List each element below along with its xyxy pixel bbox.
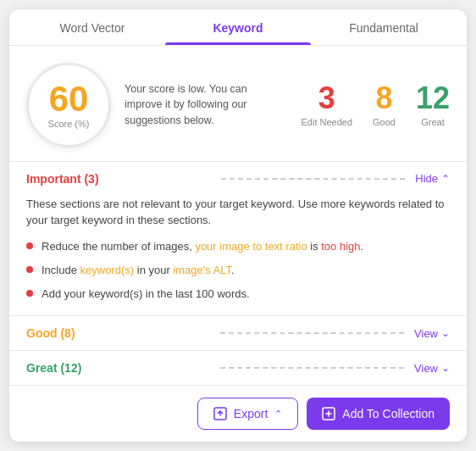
metric-edit-needed-label: Edit Needed [301,117,352,127]
bullet-item-3: Add your keyword(s) in the last 100 word… [26,287,450,302]
export-button[interactable]: Export ⌃ [197,398,298,430]
bullet-dot-3 [26,290,33,297]
important-title: Important (3) [26,172,211,186]
score-section: 60 Score (%) Your score is low. You can … [9,46,467,162]
metric-great: 12 Great [416,83,450,127]
highlight-image-text-ratio: your image to text ratio [195,240,307,253]
export-icon [213,407,227,420]
score-value: 60 [49,81,89,117]
good-view-btn[interactable]: View [414,327,438,340]
great-divider [220,367,404,369]
collection-icon [322,407,335,420]
good-divider [220,332,404,334]
metric-good: 8 Good [373,83,396,127]
metric-good-label: Good [373,117,396,127]
score-message: Your score is low. You can improve it by… [125,81,287,129]
export-chevron-icon: ⌃ [274,409,282,420]
important-hide-btn[interactable]: Hide [415,172,438,185]
bullet-dot-2 [26,266,33,273]
highlight-keywords: keyword(s) [80,264,135,276]
good-title: Good (8) [26,326,210,340]
metric-edit-needed: 3 Edit Needed [301,83,352,127]
score-label: Score (%) [48,119,90,129]
great-section-header[interactable]: Great (12) View ⌄ [9,351,467,385]
great-view-btn[interactable]: View [414,362,438,375]
metric-edit-needed-value: 3 [301,83,352,114]
tab-fundamental[interactable]: Fundamental [311,9,457,45]
good-section-header[interactable]: Good (8) View ⌄ [9,316,467,350]
highlight-too-high: too high [321,240,360,253]
highlight-image-alt: image's ALT [173,264,231,276]
metric-good-value: 8 [373,83,396,114]
bullet-item-1: Reduce the number of images, your image … [26,239,450,254]
add-to-collection-button[interactable]: Add To Collection [307,398,450,430]
great-title: Great (12) [26,361,210,375]
export-label: Export [234,407,268,420]
add-collection-label: Add To Collection [342,407,434,420]
important-divider [221,178,406,180]
bullet-text-1: Reduce the number of images, your image … [42,239,363,254]
bullet-text-3: Add your keyword(s) in the last 100 word… [42,287,250,302]
bullet-dot-1 [26,242,33,249]
chevron-down-great-icon: ⌄ [441,362,450,374]
metric-great-label: Great [416,117,450,127]
score-metrics: 3 Edit Needed 8 Good 12 Great [301,83,450,127]
chevron-down-good-icon: ⌄ [441,327,450,339]
metric-great-value: 12 [416,83,450,114]
chevron-up-icon: ⌃ [441,173,450,185]
bullet-item-2: Include keyword(s) in your image's ALT. [26,263,450,278]
important-description: These sections are not relevant to your … [26,196,450,229]
tab-word-vector[interactable]: Word Vector [19,9,165,45]
important-bullet-list: Reduce the number of images, your image … [26,239,450,303]
important-section-content: These sections are not relevant to your … [9,196,467,316]
main-card: Word Vector Keyword Fundamental 60 Score… [9,9,467,443]
score-circle: 60 Score (%) [26,63,111,148]
tabs-container: Word Vector Keyword Fundamental [9,9,467,46]
tab-keyword[interactable]: Keyword [165,9,311,45]
important-section-header[interactable]: Important (3) Hide ⌃ [9,162,467,196]
footer: Export ⌃ Add To Collection [9,385,467,442]
bullet-text-2: Include keyword(s) in your image's ALT. [42,263,235,278]
